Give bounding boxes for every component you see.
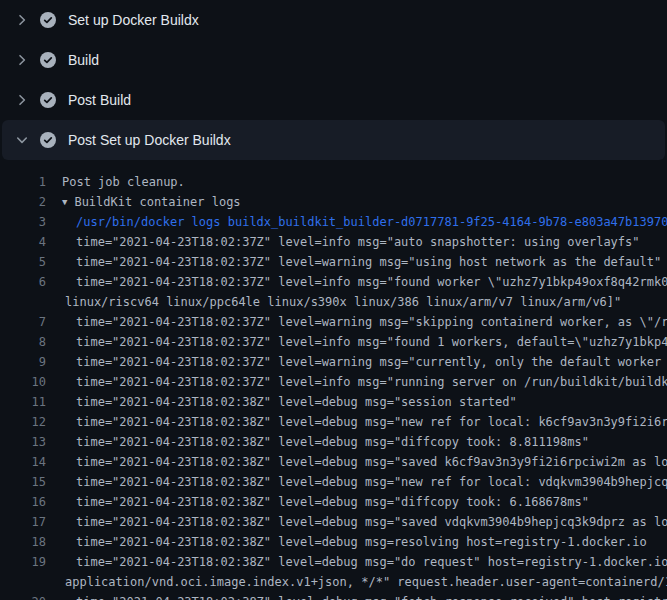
group-toggle-icon[interactable]: ▼	[62, 192, 67, 212]
log-row: 9 time="2021-04-23T18:02:37Z" level=warn…	[0, 352, 667, 372]
log-line-text: time="2021-04-23T18:02:37Z" level=info m…	[76, 332, 667, 352]
line-number[interactable]: 10	[0, 372, 46, 392]
log-line-text: ▼BuildKit container logs	[62, 192, 241, 212]
log-row: 6 time="2021-04-23T18:02:37Z" level=info…	[0, 272, 667, 292]
log-line-text: application/vnd.oci.image.index.v1+json,…	[65, 572, 667, 592]
log-row: 11 time="2021-04-23T18:02:38Z" level=deb…	[0, 392, 667, 412]
log-row: 18 time="2021-04-23T18:02:38Z" level=deb…	[0, 532, 667, 552]
log-row: 12 time="2021-04-23T18:02:38Z" level=deb…	[0, 412, 667, 432]
log-line-text: time="2021-04-23T18:02:38Z" level=debug …	[76, 472, 667, 492]
chevron-right-icon	[14, 92, 30, 108]
log-row: 10 time="2021-04-23T18:02:37Z" level=inf…	[0, 372, 667, 392]
check-circle-icon	[40, 12, 56, 28]
log-area: 1 Post job cleanup. 2 ▼BuildKit containe…	[0, 160, 667, 600]
log-row: 15 time="2021-04-23T18:02:38Z" level=deb…	[0, 472, 667, 492]
log-line-text: time="2021-04-23T18:02:37Z" level=info m…	[76, 232, 640, 252]
steps-list: Set up Docker Buildx Build P	[0, 0, 667, 160]
log-row: 17 time="2021-04-23T18:02:38Z" level=deb…	[0, 512, 667, 532]
group-label: BuildKit container logs	[74, 195, 240, 209]
log-line-text: time="2021-04-23T18:02:38Z" level=debug …	[76, 412, 667, 432]
check-circle-icon	[40, 92, 56, 108]
log-row: 16 time="2021-04-23T18:02:38Z" level=deb…	[0, 492, 667, 512]
step-header-build[interactable]: Build	[2, 40, 665, 80]
log-line-text: time="2021-04-23T18:02:37Z" level=info m…	[76, 372, 667, 392]
line-number[interactable]: 17	[0, 512, 46, 532]
log-row: 8 time="2021-04-23T18:02:37Z" level=info…	[0, 332, 667, 352]
line-number[interactable]: 6	[0, 272, 46, 292]
line-number[interactable]: 9	[0, 352, 46, 372]
line-number[interactable]: 3	[0, 212, 46, 232]
check-circle-icon	[40, 52, 56, 68]
log-row: 20 time="2021-04-23T18:02:38Z" level=deb…	[0, 592, 667, 600]
line-number[interactable]: 1	[0, 172, 46, 192]
check-circle-icon	[40, 132, 56, 148]
log-line-text: time="2021-04-23T18:02:38Z" level=debug …	[76, 592, 667, 600]
log-line-text: time="2021-04-23T18:02:38Z" level=debug …	[76, 512, 667, 532]
line-number[interactable]: 15	[0, 472, 46, 492]
step-header-set-up-docker-buildx[interactable]: Set up Docker Buildx	[2, 0, 665, 40]
log-line-text: time="2021-04-23T18:02:38Z" level=debug …	[76, 432, 589, 452]
log-line-text: time="2021-04-23T18:02:37Z" level=warnin…	[76, 312, 667, 332]
line-number[interactable]: 8	[0, 332, 46, 352]
log-row: 1 Post job cleanup.	[0, 172, 667, 192]
step-title: Post Build	[68, 92, 131, 108]
line-number[interactable]: 7	[0, 312, 46, 332]
log-row: 14 time="2021-04-23T18:02:38Z" level=deb…	[0, 452, 667, 472]
log-row: 2 ▼BuildKit container logs	[0, 192, 667, 212]
log-row: 13 time="2021-04-23T18:02:38Z" level=deb…	[0, 432, 667, 452]
line-number[interactable]: 19	[0, 552, 46, 572]
line-number[interactable]: 14	[0, 452, 46, 472]
log-line-text: linux/riscv64 linux/ppc64le linux/s390x …	[65, 292, 621, 312]
log-line-text: time="2021-04-23T18:02:37Z" level=info m…	[76, 272, 667, 292]
log-row: 5 time="2021-04-23T18:02:37Z" level=warn…	[0, 252, 667, 272]
log-row: 7 time="2021-04-23T18:02:37Z" level=warn…	[0, 312, 667, 332]
line-number[interactable]: 2	[0, 192, 46, 212]
log-line-text: time="2021-04-23T18:02:38Z" level=debug …	[76, 392, 517, 412]
line-number[interactable]: 16	[0, 492, 46, 512]
step-title: Post Set up Docker Buildx	[68, 132, 231, 148]
chevron-right-icon	[14, 12, 30, 28]
line-number[interactable]: 18	[0, 532, 46, 552]
line-number[interactable]: 11	[0, 392, 46, 412]
command-text: /usr/bin/docker logs buildx_buildkit_bui…	[76, 212, 667, 232]
log-row: 19 time="2021-04-23T18:02:38Z" level=deb…	[0, 552, 667, 572]
line-number[interactable]: 12	[0, 412, 46, 432]
log-line-text: Post job cleanup.	[62, 172, 185, 192]
line-number[interactable]: 20	[0, 592, 46, 600]
line-number[interactable]: 5	[0, 252, 46, 272]
step-title: Build	[68, 52, 99, 68]
log-row: linux/riscv64 linux/ppc64le linux/s390x …	[0, 292, 667, 312]
log-row: application/vnd.oci.image.index.v1+json,…	[0, 572, 667, 592]
step-header-post-set-up-docker-buildx[interactable]: Post Set up Docker Buildx	[2, 120, 665, 160]
log-line-text: time="2021-04-23T18:02:38Z" level=debug …	[76, 532, 647, 552]
line-number[interactable]: 4	[0, 232, 46, 252]
step-header-post-build[interactable]: Post Build	[2, 80, 665, 120]
chevron-right-icon	[14, 52, 30, 68]
log-line-text: time="2021-04-23T18:02:38Z" level=debug …	[76, 552, 667, 572]
actions-log-viewer: Set up Docker Buildx Build P	[0, 0, 667, 600]
log-line-text: time="2021-04-23T18:02:37Z" level=warnin…	[76, 252, 661, 272]
log-line-text: time="2021-04-23T18:02:38Z" level=debug …	[76, 452, 667, 472]
log-row: 3 /usr/bin/docker logs buildx_buildkit_b…	[0, 212, 667, 232]
log-line-text: time="2021-04-23T18:02:37Z" level=warnin…	[76, 352, 667, 372]
line-number[interactable]: 13	[0, 432, 46, 452]
log-line-text: time="2021-04-23T18:02:38Z" level=debug …	[76, 492, 589, 512]
log-row: 4 time="2021-04-23T18:02:37Z" level=info…	[0, 232, 667, 252]
step-title: Set up Docker Buildx	[68, 12, 199, 28]
chevron-down-icon	[14, 132, 30, 148]
